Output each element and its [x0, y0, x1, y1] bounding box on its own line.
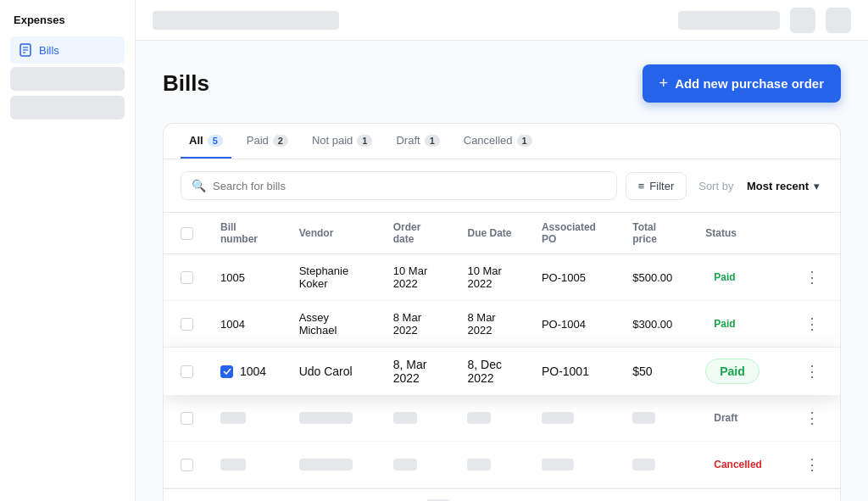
more-options-button[interactable]: ⋮ — [798, 311, 826, 337]
add-button-label: Add new purchase order — [675, 76, 824, 91]
tab-all[interactable]: All 5 — [181, 124, 231, 159]
tab-cancelled-label: Cancelled — [464, 134, 513, 147]
topbar-placeholder-wide — [153, 11, 339, 30]
row-due-date-cell: 10 Mar 2022 — [453, 254, 527, 301]
row-bill-number-cell: 1004 — [207, 348, 286, 396]
status-badge: Paid — [705, 315, 743, 332]
sidebar-section-title: Expenses — [10, 14, 125, 26]
row-status-cell: Cancelled — [692, 442, 784, 488]
search-input[interactable] — [213, 180, 606, 192]
row-order-date-cell — [380, 442, 454, 488]
row-actions-cell: ⋮ — [784, 395, 840, 442]
col-bill-number: Bill number — [207, 213, 286, 254]
filter-label: Filter — [649, 180, 674, 192]
topbar — [136, 0, 868, 41]
topbar-icon-2 — [826, 8, 851, 33]
table-row: 1005 Stephanie Koker 10 Mar 2022 10 Mar … — [164, 254, 840, 301]
row-po-cell — [528, 395, 619, 442]
pagination: ← Previous 123...8910 Next → — [164, 488, 840, 501]
row-vendor-cell: Stephanie Koker — [286, 254, 380, 301]
chevron-down-icon: ▾ — [814, 180, 820, 192]
more-options-button[interactable]: ⋮ — [798, 264, 826, 290]
tab-cancelled-badge: 1 — [517, 135, 532, 147]
bills-table-card: All 5 Paid 2 Not paid 1 Draft 1 Cancelle… — [163, 123, 841, 501]
bills-table: Bill number Vendor Order date Due Date A… — [164, 213, 840, 488]
row-order-date-cell: 10 Mar 2022 — [380, 254, 454, 301]
col-order-date: Order date — [380, 213, 454, 254]
select-all-checkbox[interactable] — [181, 227, 193, 240]
row-checkbox-1[interactable] — [181, 318, 193, 331]
row-order-date-cell: 8 Mar 2022 — [380, 301, 454, 348]
status-badge: Cancelled — [705, 456, 771, 473]
tab-all-badge: 5 — [208, 135, 223, 147]
tab-not-paid[interactable]: Not paid 1 — [303, 124, 381, 159]
row-checkbox-3[interactable] — [181, 412, 193, 425]
col-due-date: Due Date — [453, 213, 527, 254]
topbar-placeholder-narrow — [678, 11, 780, 30]
tab-cancelled[interactable]: Cancelled 1 — [455, 124, 541, 159]
row-checkbox-cell — [164, 442, 207, 488]
tab-draft[interactable]: Draft 1 — [387, 124, 448, 159]
row-bill-number-cell: 1005 — [207, 254, 286, 301]
sidebar: Expenses Bills — [0, 0, 136, 501]
row-price-cell — [619, 395, 692, 442]
status-badge: Draft — [705, 409, 746, 426]
sidebar-item-bills[interactable]: Bills — [10, 36, 125, 64]
status-badge: Paid — [705, 269, 743, 286]
tab-not-paid-badge: 1 — [357, 135, 372, 147]
row-bill-number-cell: 1004 — [207, 301, 286, 348]
tab-not-paid-label: Not paid — [312, 134, 353, 147]
tab-paid-badge: 2 — [273, 135, 288, 147]
bill-number: 1004 — [240, 365, 266, 378]
col-associated-po: Associated PO — [528, 213, 619, 254]
more-options-button[interactable]: ⋮ — [798, 359, 826, 384]
table-row: 1004 Assey Michael 8 Mar 2022 8 Mar 2022… — [164, 301, 840, 348]
main-content: Bills + Add new purchase order All 5 Pai… — [136, 0, 868, 501]
tab-draft-label: Draft — [396, 134, 420, 147]
row-vendor-cell: Udo Carol — [286, 348, 380, 396]
filter-icon: ≡ — [638, 180, 645, 192]
row-status-cell: Draft — [692, 395, 784, 442]
row-checkbox-4[interactable] — [181, 459, 193, 471]
row-actions-cell: ⋮ — [784, 254, 840, 301]
tab-draft-badge: 1 — [425, 135, 440, 147]
row-status-cell: Paid — [692, 301, 784, 348]
row-vendor-cell: Assey Michael — [286, 301, 380, 348]
sort-button[interactable]: Sort by Most recent ▾ — [695, 173, 823, 199]
row-due-date-cell: 8, Dec 2022 — [453, 348, 527, 396]
page-title: Bills — [163, 70, 209, 97]
sort-label: Sort by — [698, 180, 733, 192]
row-po-cell: PO-1001 — [528, 348, 619, 396]
row-checkbox-0[interactable] — [181, 271, 193, 284]
sidebar-placeholder-2 — [10, 96, 125, 120]
row-status-cell: Paid — [692, 348, 784, 396]
row-bill-number-cell — [207, 442, 286, 488]
row-checkbox-cell — [164, 395, 207, 442]
more-options-button[interactable]: ⋮ — [798, 405, 826, 431]
bills-tabs: All 5 Paid 2 Not paid 1 Draft 1 Cancelle… — [164, 124, 840, 159]
row-price-cell — [619, 442, 692, 488]
row-checkbox-cell — [164, 301, 207, 348]
status-badge: Paid — [705, 359, 760, 384]
search-icon: 🔍 — [192, 179, 206, 192]
row-po-cell — [528, 442, 619, 488]
topbar-icon-1 — [790, 8, 815, 33]
row-checkbox-2[interactable] — [181, 365, 193, 378]
plus-icon: + — [659, 75, 669, 92]
col-checkbox — [164, 213, 207, 254]
row-order-date-cell: 8, Mar 2022 — [380, 348, 454, 396]
row-vendor-cell — [286, 442, 380, 488]
tab-paid[interactable]: Paid 2 — [238, 124, 297, 159]
table-row: Draft ⋮ — [164, 395, 840, 442]
tab-paid-label: Paid — [247, 134, 269, 147]
search-box[interactable]: 🔍 — [181, 171, 617, 200]
sort-value: Most recent — [747, 180, 809, 192]
row-inner-checkbox[interactable] — [220, 365, 233, 378]
filter-button[interactable]: ≡ Filter — [626, 172, 687, 200]
search-filter-bar: 🔍 ≡ Filter Sort by Most recent ▾ — [164, 159, 840, 213]
row-checkbox-cell — [164, 254, 207, 301]
sidebar-item-bills-label: Bills — [39, 44, 59, 57]
col-status: Status — [692, 213, 784, 254]
more-options-button[interactable]: ⋮ — [798, 452, 826, 477]
add-purchase-order-button[interactable]: + Add new purchase order — [643, 64, 841, 103]
